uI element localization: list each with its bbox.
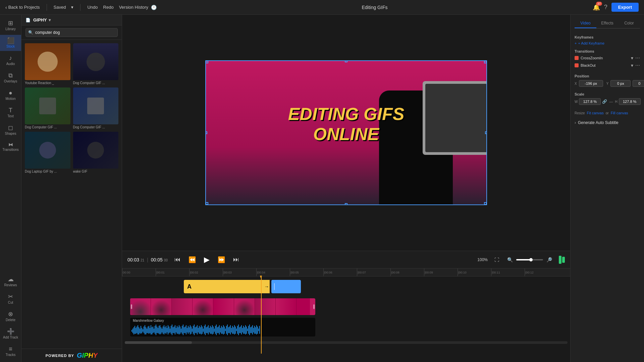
gif-item-5[interactable]: Dog Laptop GIF by ... <box>25 132 70 173</box>
resize-handle-mr[interactable] <box>485 131 487 134</box>
left-sidebar: ⊞ Library ⬛ Stock ♪ Audio ⧉ Overlays ● M… <box>0 15 21 362</box>
timeline-scrollbar-thumb[interactable] <box>125 341 192 344</box>
search-input-wrap: 🔍 <box>25 28 118 37</box>
giphy-source-selector[interactable]: GIPHY ▾ <box>33 17 51 22</box>
sidebar-item-delete[interactable]: ⊗ Delete <box>0 308 21 324</box>
pos-rotation-input[interactable] <box>633 80 644 87</box>
sidebar-item-library[interactable]: ⊞ Library <box>0 17 21 34</box>
svg-rect-69 <box>201 325 202 335</box>
text-track-block[interactable]: A → <box>184 280 270 293</box>
gif-item-2[interactable]: Dog Computer GIF ... <box>73 43 119 85</box>
svg-rect-62 <box>194 324 195 335</box>
resize-handle-bm[interactable] <box>345 203 347 205</box>
sidebar-item-label: Cut <box>8 301 13 304</box>
zoom-in-button[interactable]: 🔎 <box>545 256 553 264</box>
tab-color[interactable]: Color <box>618 19 640 28</box>
add-track-icon: ➕ <box>7 328 14 335</box>
svg-rect-18 <box>150 328 150 333</box>
resize-handle-ml[interactable] <box>205 131 207 134</box>
scale-w-input[interactable] <box>579 98 601 105</box>
video-track-block[interactable] <box>130 298 315 315</box>
scale-link-icon[interactable]: 🔗 <box>602 99 607 104</box>
sidebar-item-audio[interactable]: ♪ Audio <box>0 52 21 68</box>
play-pause-button[interactable]: ▶ <box>203 254 211 265</box>
sidebar-item-text[interactable]: T Text <box>0 105 21 121</box>
help-button[interactable]: ? <box>604 4 607 11</box>
sidebar-item-label: Transitions <box>2 148 19 152</box>
generate-subtitle-section[interactable]: › Generate Auto Subtitle <box>575 120 640 125</box>
notifications-button[interactable]: 🔔 37 <box>593 4 600 11</box>
current-time: 00:03 <box>127 257 139 262</box>
transition-dropdown-2[interactable]: ▾ <box>631 63 633 68</box>
gif-item-3[interactable]: Dog Computer GIF ... <box>25 87 70 129</box>
zoom-slider[interactable] <box>516 259 543 260</box>
sidebar-item-transitions[interactable]: ⧓ Transitions <box>0 139 21 154</box>
svg-rect-70 <box>202 326 203 334</box>
pos-x-input[interactable] <box>579 80 603 87</box>
video-track-right-handle[interactable] <box>313 298 315 315</box>
skip-to-end-button[interactable]: ⏭ <box>232 255 240 264</box>
scale-h-input[interactable] <box>619 98 641 105</box>
svg-rect-89 <box>221 326 222 334</box>
resize-handle-bl[interactable] <box>206 202 208 205</box>
total-frame: 00 <box>164 258 168 262</box>
text-block-letter: A <box>184 280 270 293</box>
skip-to-start-button[interactable]: ⏮ <box>173 255 182 264</box>
svg-rect-87 <box>219 325 220 335</box>
audio-track-block[interactable]: Marshmellow Galaxy <box>130 318 315 337</box>
gif-item-4[interactable]: Dog Computer GIF ... <box>73 87 119 129</box>
sidebar-item-shapes[interactable]: ◻ Shapes <box>0 122 21 138</box>
transition-dropdown-1[interactable]: ▾ <box>631 55 633 61</box>
video-track-left-handle[interactable] <box>130 298 133 315</box>
sidebar-item-tracks[interactable]: ≡ Tracks <box>0 343 21 359</box>
sidebar-item-stock[interactable]: ⬛ Stock <box>0 35 21 51</box>
scale-title: Scale <box>575 92 640 96</box>
version-history-button[interactable]: Version History 🕐 <box>119 5 157 10</box>
pos-x-label: X <box>575 82 577 85</box>
tab-effects[interactable]: Effects <box>596 19 618 28</box>
resize-handle-tr[interactable] <box>484 61 487 63</box>
divider <box>47 4 47 11</box>
tab-video[interactable]: Video <box>575 19 596 28</box>
monitor-shape <box>423 81 487 155</box>
divider2 <box>80 4 80 11</box>
text-track-secondary-block[interactable] <box>271 280 301 293</box>
fill-canvas-button[interactable]: Fill canvas <box>611 111 628 115</box>
sidebar-item-label: Library <box>5 27 16 31</box>
panel-header: 📄 GIPHY ▾ <box>21 15 122 25</box>
fullscreen-button[interactable]: ⛶ <box>493 256 500 264</box>
sidebar-item-add-track[interactable]: ➕ Add Track <box>0 326 21 342</box>
redo-button[interactable]: Redo <box>103 5 114 10</box>
gif-item-6[interactable]: wake GIF <box>73 132 119 173</box>
svg-rect-125 <box>257 326 258 334</box>
fit-canvas-button[interactable]: Fit canvas <box>587 111 604 115</box>
svg-rect-58 <box>190 325 191 335</box>
svg-rect-19 <box>151 325 151 335</box>
sidebar-item-reviews[interactable]: ☁ Reviews <box>0 274 21 290</box>
zoom-out-button[interactable]: 🔍 <box>506 256 514 264</box>
export-button[interactable]: Export <box>611 3 639 12</box>
sidebar-item-overlays[interactable]: ⧉ Overlays <box>0 70 21 86</box>
gif-item-1[interactable]: Youtube Reaction _ <box>25 43 70 85</box>
timeline-scrollbar[interactable] <box>125 341 568 344</box>
sidebar-item-motion[interactable]: ● Motion <box>0 87 21 103</box>
resize-handle-tm[interactable] <box>345 60 347 62</box>
search-input[interactable] <box>25 28 118 37</box>
rewind-button[interactable]: ⏪ <box>187 255 197 265</box>
resize-handle-br[interactable] <box>484 202 487 205</box>
preview-background: EDITING GIFS ONLINE <box>206 61 486 204</box>
transition-menu-2[interactable]: ⋯ <box>635 63 640 68</box>
pos-y-input[interactable] <box>610 80 631 87</box>
video-canvas[interactable]: EDITING GIFS ONLINE <box>205 60 487 205</box>
saved-dropdown-icon[interactable]: ▾ <box>71 5 73 10</box>
add-keyframe-button[interactable]: + + Add Keyframe <box>575 41 640 45</box>
position-xy-row: X Y <box>575 80 640 87</box>
resize-handle-tl[interactable] <box>206 61 208 63</box>
sidebar-item-cut[interactable]: ✂ Cut <box>0 291 21 307</box>
svg-rect-51 <box>183 324 183 335</box>
transition-menu-1[interactable]: ⋯ <box>635 55 640 61</box>
timeline-ruler[interactable]: 00:00 |00:01 |00:02 |00:03 |00:04 |00:05… <box>122 268 570 277</box>
fast-forward-button[interactable]: ⏩ <box>216 255 226 265</box>
back-to-projects-button[interactable]: ‹ Back to Projects <box>5 5 40 10</box>
undo-button[interactable]: Undo <box>87 5 98 10</box>
